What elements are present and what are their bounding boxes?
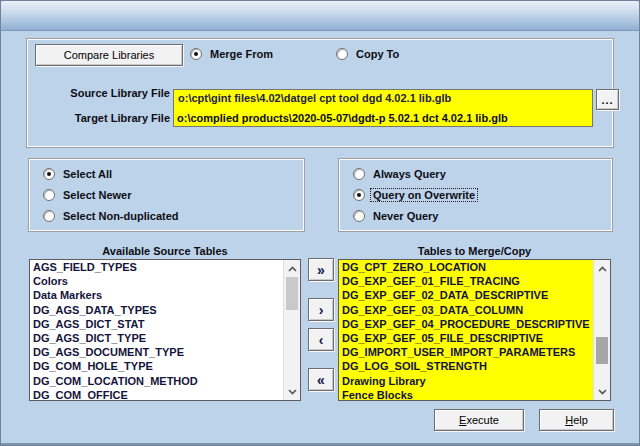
list-item-ags-field-types[interactable]: AGS_FIELD_TYPES [30,260,283,274]
radio-select-newer[interactable]: Select Newer [43,188,181,201]
radio-query-on-overwrite[interactable]: Query on Overwrite [353,188,477,201]
query-groupbox: Always QueryQuery on OverwriteNever Quer… [338,158,613,232]
list-item-dg-exp-gef-03-data-column[interactable]: DG_EXP_GEF_03_DATA_COLUMN [339,303,593,317]
radio-label: Query on Overwrite [371,189,477,201]
mode-radio-group: Merge FromCopy To [190,47,401,60]
move-left-button[interactable]: ‹ [308,328,334,351]
title-bar[interactable] [1,1,639,31]
radio-icon [353,189,365,201]
merge-libraries-dialog: Compare Libraries Merge FromCopy To Sour… [0,0,640,446]
tables-to-merge-copy-list[interactable]: DG_CPT_ZERO_LOCATIONDG_EXP_GEF_01_FILE_T… [338,259,611,401]
merge-list-scrollbar[interactable] [593,260,610,400]
list-item-data-markers[interactable]: Data Markers [30,288,283,302]
list-item-dg-ags-dict-stat[interactable]: DG_AGS_DICT_STAT [30,317,283,331]
scroll-up-icon[interactable] [284,261,300,276]
list-item-dg-ags-data-types[interactable]: DG_AGS_DATA_TYPES [30,303,283,317]
list-item-dg-exp-gef-01-file-tracing[interactable]: DG_EXP_GEF_01_FILE_TRACING [339,274,593,288]
radio-icon [43,168,55,180]
move-all-right-button[interactable]: » [308,258,334,281]
target-library-file-value: o:\complied products\2020-05-07\dgdt-p 5… [177,112,508,124]
radio-select-all[interactable]: Select All [43,167,181,180]
radio-icon [43,210,55,222]
list-item-dg-com-office[interactable]: DG_COM_OFFICE [30,388,283,400]
list-item-dg-ags-document-type[interactable]: DG_AGS_DOCUMENT_TYPE [30,345,283,359]
radio-icon [353,168,365,180]
list-item-drawing-library[interactable]: Drawing Library [339,374,593,388]
list-item-fence-blocks[interactable]: Fence Blocks [339,388,593,400]
list-item-dg-ags-dict-type[interactable]: DG_AGS_DICT_TYPE [30,331,283,345]
source-library-file-label: Source Library File [32,87,170,99]
radio-label: Never Query [371,210,440,222]
radio-label: Select All [61,168,114,180]
scroll-down-icon[interactable] [284,384,300,399]
browse-button[interactable]: ... [596,89,619,110]
execute-button[interactable]: Execute [434,409,524,431]
radio-label: Select Newer [61,189,133,201]
selection-radio-group: Select AllSelect NewerSelect Non-duplica… [43,167,181,230]
radio-icon [353,210,365,222]
radio-merge-from[interactable]: Merge From [190,47,336,60]
scroll-down-icon[interactable] [594,384,610,399]
move-all-left-button[interactable]: « [308,368,334,391]
radio-copy-to[interactable]: Copy To [336,47,401,60]
transfer-buttons: »›‹« [308,258,334,392]
radio-select-non-duplicated[interactable]: Select Non-duplicated [43,209,181,222]
available-source-tables-list[interactable]: AGS_FIELD_TYPESColorsData MarkersDG_AGS_… [29,259,301,401]
list-item-dg-import-user-import-parameters[interactable]: DG_IMPORT_USER_IMPORT_PARAMETERS [339,345,593,359]
scroll-up-icon[interactable] [594,261,610,276]
scroll-thumb[interactable] [286,277,298,310]
selection-groupbox: Select AllSelect NewerSelect Non-duplica… [28,158,305,232]
list-item-colors[interactable]: Colors [30,274,283,288]
list-item-dg-exp-gef-04-procedure-descriptive[interactable]: DG_EXP_GEF_04_PROCEDURE_DESCRIPTIVE [339,317,593,331]
help-button-label: Help [565,414,588,426]
list-item-dg-log-soil-strength[interactable]: DG_LOG_SOIL_STRENGTH [339,359,593,373]
help-button[interactable]: Help [539,409,614,431]
dialog-body: Compare Libraries Merge FromCopy To Sour… [1,32,639,445]
radio-label: Merge From [208,48,275,60]
radio-icon [43,189,55,201]
list-item-dg-com-location-method[interactable]: DG_COM_LOCATION_METHOD [30,374,283,388]
library-files-groupbox: Compare Libraries Merge FromCopy To Sour… [26,38,614,148]
list-item-dg-com-hole-type[interactable]: DG_COM_HOLE_TYPE [30,359,283,373]
radio-label: Always Query [371,168,448,180]
list-item-dg-cpt-zero-location[interactable]: DG_CPT_ZERO_LOCATION [339,260,593,274]
list-item-dg-exp-gef-05-file-descriptive[interactable]: DG_EXP_GEF_05_FILE_DESCRIPTIVE [339,331,593,345]
radio-always-query[interactable]: Always Query [353,167,477,180]
scroll-thumb[interactable] [596,337,608,364]
radio-icon [190,48,202,60]
radio-label: Select Non-duplicated [61,210,181,222]
list-item-dg-exp-gef-02-data-descriptive[interactable]: DG_EXP_GEF_02_DATA_DESCRIPTIVE [339,288,593,302]
compare-libraries-button[interactable]: Compare Libraries [35,44,183,66]
execute-button-label: Execute [459,414,499,426]
radio-label: Copy To [354,48,401,60]
source-list-scrollbar[interactable] [283,260,300,400]
available-source-tables-label: Available Source Tables [29,245,301,257]
query-radio-group: Always QueryQuery on OverwriteNever Quer… [353,167,477,230]
radio-icon [336,48,348,60]
target-library-file-label: Target Library File [32,112,170,124]
move-right-button[interactable]: › [308,298,334,321]
tables-to-merge-copy-label: Tables to Merge/Copy [338,245,611,257]
radio-never-query[interactable]: Never Query [353,209,477,222]
